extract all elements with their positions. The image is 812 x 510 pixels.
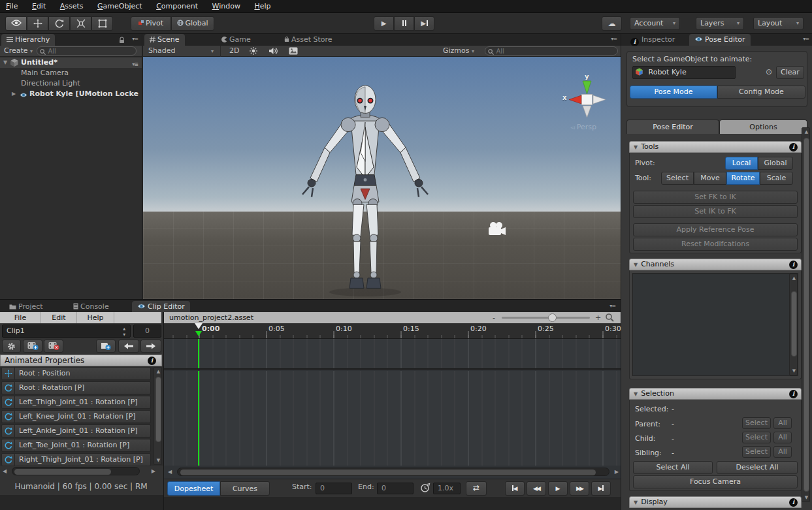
timeline-ruler[interactable]: 0:00 0:05 0:10 0:15 0:20 0:25 0:30 [164, 323, 621, 339]
clip-menu-file[interactable]: File [0, 312, 41, 323]
property-row-root-position[interactable]: Root : Position [1, 367, 151, 380]
layers-dropdown[interactable]: Layers▾ [696, 17, 744, 30]
start-field[interactable]: 0 [316, 483, 352, 494]
sibling-select-button[interactable]: Select [742, 446, 771, 458]
scroll-up-icon[interactable]: ▲ [154, 369, 163, 374]
tool-scale-button[interactable]: Scale [760, 172, 793, 185]
sibling-all-button[interactable]: All [773, 446, 792, 458]
scroll-thumb[interactable] [180, 470, 596, 475]
clock-icon[interactable] [420, 483, 430, 495]
config-mode-button[interactable]: Config Mode [717, 86, 805, 99]
pivot-global-button[interactable]: Global [758, 157, 793, 170]
scale-tool-button[interactable] [70, 16, 91, 31]
tool-move-button[interactable]: Move [694, 172, 726, 185]
menu-gameobject[interactable]: GameObject [91, 0, 148, 12]
audio-icon[interactable] [269, 47, 278, 57]
panel-menu-icon[interactable]: ▾≡ [611, 36, 617, 42]
scroll-right-icon[interactable]: ▶ [152, 466, 155, 476]
panel-menu-icon[interactable]: ▾≡ [132, 36, 138, 42]
speed-field[interactable]: 1.0x [433, 483, 461, 494]
zoom-slider-thumb[interactable] [548, 313, 557, 322]
end-field[interactable]: 0 [377, 483, 414, 494]
menu-window[interactable]: Window [206, 0, 246, 12]
object-picker-icon[interactable]: ⊙ [766, 67, 772, 76]
tools-section-header[interactable]: ▼Tools [629, 141, 802, 153]
robot-kyle-model[interactable] [293, 82, 437, 297]
scroll-thumb[interactable] [14, 469, 111, 475]
scene-search[interactable] [485, 46, 618, 56]
child-select-button[interactable]: Select [742, 432, 771, 443]
tab-game[interactable]: Game [216, 34, 256, 46]
info-icon[interactable] [789, 498, 798, 507]
playhead-marker-green[interactable] [195, 331, 202, 336]
hierarchy-item-directional-light[interactable]: Directional Light [0, 78, 142, 89]
apply-reference-pose-button[interactable]: Apply Reference Pose [633, 223, 798, 236]
menu-file[interactable]: File [0, 0, 24, 12]
camera-gizmo-icon[interactable] [487, 221, 506, 239]
tab-pose-editor[interactable]: Pose Editor [689, 34, 751, 46]
tab-asset-store[interactable]: Asset Store [279, 34, 338, 46]
parent-select-button[interactable]: Select [742, 417, 771, 429]
property-row[interactable]: Left_Thigh_Joint_01 : Rotation [P] [1, 396, 151, 409]
select-all-button[interactable]: Select All [633, 461, 713, 474]
scroll-down-icon[interactable]: ▼ [802, 495, 811, 500]
tab-scene[interactable]: Scene [144, 34, 185, 46]
rewind-button[interactable]: ◀◀ [527, 481, 546, 496]
zoom-in-label[interactable]: + [595, 312, 601, 323]
foldout-expanded-icon[interactable]: ▼ [3, 57, 7, 68]
hierarchy-item-main-camera[interactable]: Main Camera [0, 68, 142, 78]
reset-modifications-button[interactable]: Reset Modifcations [633, 238, 798, 251]
add-clip-button[interactable] [23, 340, 42, 353]
panel-menu-icon[interactable]: ▾≡ [609, 303, 615, 309]
scroll-left-icon[interactable]: ◀ [168, 467, 172, 477]
lighting-icon[interactable] [250, 47, 257, 57]
hierarchy-item-robot-kyle[interactable]: ▶ Robot Kyle [UMotion Locke [0, 89, 142, 99]
effects-dropdown[interactable] [289, 47, 300, 57]
settings-button[interactable] [2, 340, 21, 353]
fast-forward-button[interactable]: ▶▶ [570, 481, 589, 496]
2d-toggle[interactable]: 2D [229, 46, 239, 55]
orientation-gizmo[interactable]: y x ◅ Persp [561, 73, 620, 138]
hierarchy-search-input[interactable] [48, 47, 118, 55]
timeline-master-track[interactable] [164, 339, 621, 370]
account-dropdown[interactable]: Account▾ [630, 17, 680, 30]
tab-hierarchy[interactable]: Hierarchy [1, 34, 55, 46]
set-ik-to-fk-button[interactable]: Set IK to FK [633, 205, 798, 218]
pivot-toggle-button[interactable]: Pivot [131, 16, 171, 31]
scroll-thumb[interactable] [155, 377, 161, 442]
property-row[interactable]: Left_Toe_Joint_01 : Rotation [P] [1, 439, 151, 452]
menu-component[interactable]: Component [150, 0, 204, 12]
property-row[interactable]: Root : Rotation [P] [1, 381, 151, 394]
dopesheet-area[interactable] [164, 371, 621, 466]
tab-clip-editor[interactable]: Clip Editor [132, 301, 190, 313]
tab-project[interactable]: Project [4, 301, 48, 313]
lock-icon[interactable] [119, 37, 125, 46]
clear-button[interactable]: Clear [776, 66, 804, 79]
pose-mode-button[interactable]: Pose Mode [630, 86, 717, 99]
view-tool-button[interactable] [5, 16, 27, 31]
properties-scrollbar[interactable]: ▲ ▼ [154, 367, 162, 465]
child-all-button[interactable]: All [773, 432, 792, 443]
tool-rotate-button[interactable]: Rotate [726, 172, 760, 185]
rect-tool-button[interactable] [91, 16, 113, 31]
add-key-button[interactable] [96, 340, 116, 353]
scroll-thumb[interactable] [791, 291, 797, 357]
prev-frame-button[interactable] [118, 340, 139, 353]
info-icon[interactable] [148, 357, 156, 365]
foldout-collapsed-icon[interactable]: ▶ [12, 89, 16, 99]
tab-dopesheet[interactable]: Dopesheet [167, 481, 220, 496]
skip-end-button[interactable]: ▶ [591, 481, 611, 496]
gizmos-dropdown[interactable]: Gizmos ▾ [443, 46, 474, 55]
scene-search-input[interactable] [496, 47, 589, 55]
zoom-out-label[interactable]: - [493, 312, 495, 323]
scroll-up-icon[interactable]: ▲ [790, 276, 798, 281]
subtab-pose-editor[interactable]: Pose Editor [626, 120, 719, 134]
scroll-left-icon[interactable]: ◀ [3, 466, 7, 476]
zoom-slider-track[interactable] [502, 317, 590, 319]
property-row[interactable]: Right_Thigh_Joint_01 : Rotation [P] [1, 453, 151, 466]
properties-hscrollbar[interactable]: ◀ ▶ [0, 466, 162, 476]
persp-label[interactable]: ◅ Persp [570, 123, 596, 131]
timeline-play-button[interactable]: ▶ [548, 481, 568, 496]
step-button[interactable]: ▶ [414, 16, 434, 31]
parent-all-button[interactable]: All [773, 417, 792, 429]
